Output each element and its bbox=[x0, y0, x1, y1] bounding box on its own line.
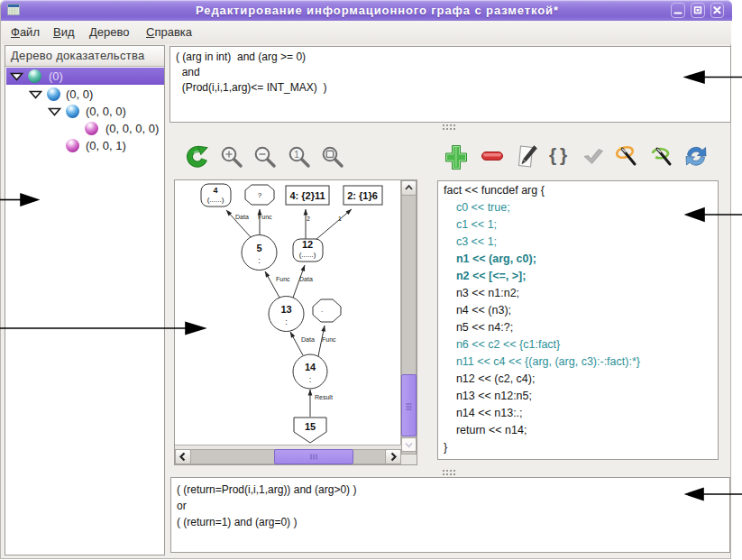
svg-text:1: 1 bbox=[338, 216, 342, 222]
svg-text:}: } bbox=[560, 144, 567, 165]
svg-text:2: 2 bbox=[307, 216, 310, 222]
svg-text::: : bbox=[309, 375, 312, 384]
svg-text:Data: Data bbox=[235, 214, 249, 220]
svg-text:Func: Func bbox=[258, 214, 272, 220]
svg-text:Data: Data bbox=[299, 276, 313, 282]
svg-text:14: 14 bbox=[305, 362, 316, 372]
svg-text:4: {2}11: 4: {2}11 bbox=[289, 190, 325, 201]
svg-text:(......): (......) bbox=[299, 251, 316, 259]
svg-text:13: 13 bbox=[280, 304, 291, 315]
svg-text:15: 15 bbox=[305, 421, 316, 432]
svg-text:5: 5 bbox=[256, 243, 261, 253]
svg-text:Data: Data bbox=[301, 336, 315, 343]
svg-text:.: . bbox=[321, 306, 323, 314]
svg-text:Func: Func bbox=[322, 336, 336, 343]
svg-text:?: ? bbox=[258, 191, 262, 199]
svg-text:Func: Func bbox=[276, 276, 290, 282]
svg-text:2: {1}6: 2: {1}6 bbox=[347, 190, 378, 201]
svg-text:1: 1 bbox=[294, 150, 299, 160]
svg-text:4: 4 bbox=[213, 186, 217, 195]
svg-text:12: 12 bbox=[302, 239, 313, 250]
svg-text:{: { bbox=[549, 144, 556, 165]
svg-text::: : bbox=[285, 317, 288, 326]
svg-text:Result: Result bbox=[315, 394, 333, 400]
svg-text:(......): (......) bbox=[207, 196, 224, 204]
svg-text::: : bbox=[258, 256, 261, 265]
